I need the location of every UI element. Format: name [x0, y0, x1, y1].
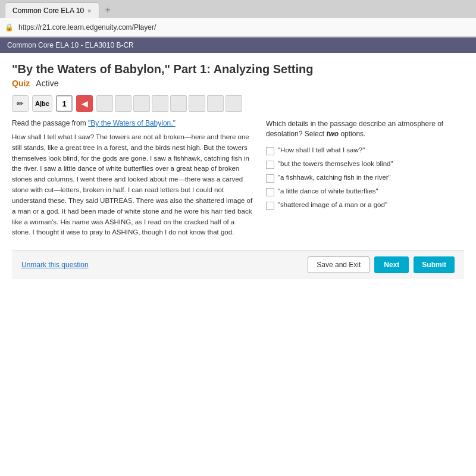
- checkbox-2[interactable]: [266, 161, 274, 169]
- question-number: 1: [62, 99, 66, 108]
- active-label: Active: [36, 79, 58, 88]
- question-boxes: [96, 95, 242, 112]
- browser-chrome: Common Core ELA 10 × + 🔒 https://r21.cor…: [0, 0, 476, 37]
- tab-label: Common Core ELA 10: [12, 7, 84, 15]
- main-content: "By the Waters of Babylon," Part 1: Anal…: [0, 53, 476, 289]
- two-column-layout: Read the passage from "By the Waters of …: [12, 119, 464, 238]
- checkbox-5[interactable]: [266, 202, 274, 210]
- next-button[interactable]: Next: [374, 256, 409, 273]
- back-button[interactable]: ◀: [76, 95, 93, 112]
- q-box-5[interactable]: [170, 95, 187, 112]
- option-list: "How shall I tell what I saw?" "but the …: [266, 146, 464, 210]
- url-text[interactable]: https://r21.core.learn.edgenuity.com/Pla…: [18, 23, 156, 32]
- action-buttons: Save and Exit Next Submit: [308, 256, 455, 273]
- back-arrow-icon: ◀: [82, 99, 88, 108]
- option-4-label: "a little dance of white butterflies": [278, 187, 378, 195]
- quiz-label: Quiz: [12, 79, 30, 88]
- tab-bar: Common Core ELA 10 × +: [0, 0, 476, 18]
- option-2[interactable]: "but the towers themselves look blind": [266, 160, 464, 169]
- active-tab[interactable]: Common Core ELA 10 ×: [5, 2, 99, 18]
- option-1-label: "How shall I tell what I saw?": [278, 146, 365, 154]
- q-box-6[interactable]: [189, 95, 205, 112]
- passage-body: How shall I tell what I saw? The towers …: [12, 132, 254, 238]
- content-wrapper: "By the Waters of Babylon," Part 1: Anal…: [0, 53, 476, 476]
- new-tab-button[interactable]: +: [102, 5, 114, 15]
- option-5-label: "shattered image of a man or a god": [278, 201, 387, 208]
- passage-link[interactable]: "By the Waters of Babylon.": [88, 119, 176, 127]
- passage-intro: Read the passage from "By the Waters of …: [12, 119, 254, 127]
- page-title: "By the Waters of Babylon," Part 1: Anal…: [12, 62, 464, 76]
- submit-button[interactable]: Submit: [414, 256, 455, 273]
- course-label: Common Core ELA 10 - ELA3010 B-CR: [7, 41, 134, 49]
- question-nav: ✏ A|bc 1 ◀: [12, 95, 464, 112]
- tab-close-icon[interactable]: ×: [87, 7, 91, 14]
- question-text: Which details in the passage describe an…: [266, 119, 464, 139]
- checkbox-4[interactable]: [266, 188, 274, 196]
- right-column: Which details in the passage describe an…: [266, 119, 464, 238]
- abc-icon-button[interactable]: A|bc: [32, 95, 52, 112]
- lock-icon: 🔒: [5, 23, 14, 32]
- q-box-3[interactable]: [133, 95, 150, 112]
- course-header: Common Core ELA 10 - ELA3010 B-CR: [0, 37, 476, 53]
- option-4[interactable]: "a little dance of white butterflies": [266, 187, 464, 196]
- checkbox-3[interactable]: [266, 174, 274, 183]
- option-5[interactable]: "shattered image of a man or a god": [266, 201, 464, 210]
- bottom-bar: Unmark this question Save and Exit Next …: [12, 250, 464, 279]
- save-exit-button[interactable]: Save and Exit: [308, 256, 369, 273]
- checkbox-1[interactable]: [266, 147, 274, 155]
- pencil-icon: ✏: [17, 99, 24, 108]
- quiz-status: Quiz Active: [12, 79, 464, 88]
- question-number-box: 1: [56, 95, 73, 112]
- q-box-4[interactable]: [152, 95, 168, 112]
- left-column: Read the passage from "By the Waters of …: [12, 119, 254, 238]
- unmark-question-link[interactable]: Unmark this question: [21, 261, 89, 269]
- abc-label: A|bc: [35, 100, 49, 107]
- q-box-2[interactable]: [115, 95, 131, 112]
- option-3-label: "a fishhawk, catching fish in the river": [278, 174, 391, 181]
- option-1[interactable]: "How shall I tell what I saw?": [266, 146, 464, 155]
- edit-icon-button[interactable]: ✏: [12, 95, 29, 112]
- q-box-1[interactable]: [96, 95, 113, 112]
- option-2-label: "but the towers themselves look blind": [278, 160, 393, 167]
- q-box-8[interactable]: [226, 95, 242, 112]
- address-bar: 🔒 https://r21.core.learn.edgenuity.com/P…: [0, 18, 476, 37]
- option-3[interactable]: "a fishhawk, catching fish in the river": [266, 174, 464, 183]
- q-box-7[interactable]: [207, 95, 224, 112]
